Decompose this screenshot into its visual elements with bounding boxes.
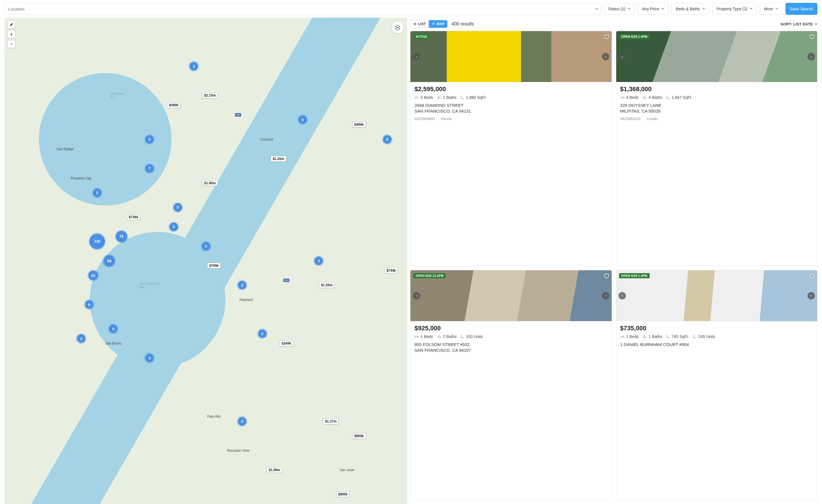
listing-card[interactable]: OPEN 5/28 1-3PM‹›$735,0001 Beds1 Baths74… bbox=[616, 270, 817, 501]
map-price-marker[interactable]: $749k bbox=[384, 268, 398, 274]
map-cluster-marker[interactable]: 9 bbox=[85, 300, 93, 309]
listing-card[interactable]: OPEN 5/28 1-4PM‹›$1,368,0004 Beds4 Baths… bbox=[616, 31, 817, 266]
stat-beds: 1 Beds bbox=[620, 334, 639, 339]
favorite-button[interactable] bbox=[603, 33, 609, 41]
map-cluster-marker[interactable]: 94 bbox=[103, 255, 115, 267]
draw-boundary-button[interactable] bbox=[7, 21, 15, 29]
map-cluster-marker[interactable]: 5 bbox=[298, 115, 307, 124]
listing-image: OPEN 5/28 1-4PM‹› bbox=[616, 31, 817, 82]
image-prev-button[interactable]: ‹ bbox=[413, 292, 420, 300]
image-prev-button[interactable]: ‹ bbox=[619, 292, 626, 300]
map-price-marker[interactable]: $1.37m bbox=[323, 419, 339, 424]
stat-beds: 1 Beds bbox=[414, 334, 433, 339]
stat-baths: 1 Baths bbox=[643, 334, 662, 339]
listing-type: Condo bbox=[647, 116, 658, 121]
results-pane: LIST MAP 400 results SORT: LIST DATE ACT… bbox=[407, 18, 822, 504]
map-cluster-marker[interactable]: 130 bbox=[89, 234, 105, 249]
map-price-marker[interactable]: $349k bbox=[280, 341, 293, 346]
map-price-marker[interactable]: $1.20m bbox=[271, 156, 286, 162]
results-header: LIST MAP 400 results SORT: LIST DATE bbox=[410, 18, 817, 31]
location-input[interactable] bbox=[5, 3, 601, 15]
map-cluster-marker[interactable]: 4 bbox=[109, 325, 117, 333]
map-cluster-marker[interactable]: 7 bbox=[145, 164, 154, 173]
zoom-in-button[interactable]: + bbox=[7, 30, 15, 38]
listing-meta: #422663101Condo bbox=[620, 116, 813, 121]
stat-sqft: 745 SqFt. bbox=[666, 334, 689, 339]
stat-beds: 3 Beds bbox=[414, 95, 433, 100]
filter-property-type[interactable]: Property Type (2) bbox=[712, 3, 757, 15]
map-cluster-marker[interactable]: 2 bbox=[258, 330, 267, 338]
map-cluster-marker[interactable]: 2 bbox=[383, 135, 392, 144]
stat-baths: 4 Baths bbox=[643, 95, 662, 100]
chevron-down-icon bbox=[702, 7, 705, 11]
sort-label: SORT: LIST DATE bbox=[781, 22, 813, 26]
map-price-marker[interactable]: $899k bbox=[352, 433, 366, 439]
image-next-button[interactable]: › bbox=[807, 292, 815, 300]
map-cluster-marker[interactable]: 75 bbox=[116, 231, 127, 242]
listing-card[interactable]: ACTIVE‹›$2,595,0003 Beds2 Baths1,680 SqF… bbox=[410, 31, 611, 266]
zoom-out-button[interactable]: − bbox=[7, 40, 15, 48]
image-next-button[interactable]: › bbox=[807, 53, 815, 60]
filter-beds-baths[interactable]: Beds & Baths bbox=[671, 3, 709, 15]
map-cluster-marker[interactable]: 2 bbox=[77, 334, 85, 343]
map-cluster-marker[interactable]: 2 bbox=[93, 188, 101, 197]
listing-body: $925,0001 Beds2 Baths200 Units855 FOLSOM… bbox=[410, 321, 611, 360]
listing-card[interactable]: OPEN 5/29 12-2PM‹›$925,0001 Beds2 Baths2… bbox=[410, 270, 611, 501]
map-price-marker[interactable]: $499k bbox=[167, 102, 180, 108]
map-price-marker[interactable]: $1.80m bbox=[202, 180, 218, 186]
map-cluster-marker[interactable]: 4 bbox=[145, 354, 154, 362]
favorite-button[interactable] bbox=[809, 273, 815, 280]
listing-badge: OPEN 5/28 1-4PM bbox=[619, 34, 650, 39]
listing-price: $2,595,000 bbox=[414, 85, 607, 93]
map-pane[interactable]: + − San Pablo BaySan Francisco BaySan Ra… bbox=[5, 18, 407, 504]
listing-mls: #422663101 bbox=[620, 116, 641, 121]
map-price-marker[interactable]: $738k bbox=[127, 214, 140, 220]
stat-units: 200 Units bbox=[460, 334, 483, 339]
map-price-marker[interactable]: $499k bbox=[352, 122, 366, 127]
filter-more[interactable]: More bbox=[760, 3, 783, 15]
filter-status[interactable]: Status (1) bbox=[604, 3, 635, 15]
view-toggle-map-label: MAP bbox=[436, 22, 444, 26]
map-price-marker[interactable]: $2.15m bbox=[202, 93, 218, 98]
image-next-button[interactable]: › bbox=[602, 292, 609, 300]
map-cluster-marker[interactable]: 5 bbox=[169, 222, 178, 231]
list-icon bbox=[413, 22, 417, 26]
chevron-down-icon bbox=[750, 7, 753, 11]
layers-button[interactable] bbox=[391, 21, 404, 34]
map-cluster-marker[interactable]: 23 bbox=[88, 271, 98, 280]
map-cluster-marker[interactable]: 3 bbox=[238, 281, 247, 290]
map-cluster-marker[interactable]: 2 bbox=[202, 242, 211, 250]
image-prev-button[interactable]: ‹ bbox=[619, 53, 626, 60]
map-cluster-marker[interactable]: 3 bbox=[314, 257, 323, 265]
map-price-marker[interactable]: $1.98m bbox=[267, 467, 282, 473]
listing-meta: #422663891House bbox=[414, 116, 607, 121]
view-toggle-map[interactable]: MAP bbox=[429, 20, 447, 28]
listing-price: $925,000 bbox=[414, 325, 607, 332]
chevron-down-icon bbox=[815, 23, 817, 25]
map-cluster-marker[interactable]: 5 bbox=[173, 203, 182, 212]
save-search-button[interactable]: Save Search bbox=[785, 3, 817, 15]
map-cluster-marker[interactable]: 2 bbox=[238, 417, 247, 426]
listing-address: 855 FOLSOM STREET #532SAN FRANCISCO, CA … bbox=[414, 342, 607, 354]
image-prev-button[interactable]: ‹ bbox=[413, 53, 420, 60]
favorite-button[interactable] bbox=[603, 273, 609, 280]
sort-dropdown[interactable]: SORT: LIST DATE bbox=[781, 22, 817, 26]
filter-price[interactable]: Any Price bbox=[638, 3, 669, 15]
listing-image: ACTIVE‹› bbox=[410, 31, 611, 82]
filter-price-label: Any Price bbox=[642, 7, 659, 11]
map-cluster-marker[interactable]: 2 bbox=[189, 62, 198, 71]
image-next-button[interactable]: › bbox=[602, 53, 609, 60]
view-toggle-list[interactable]: LIST bbox=[410, 20, 429, 28]
stat-sqft: 1,680 SqFt. bbox=[460, 95, 486, 100]
map-price-marker[interactable]: $799k bbox=[207, 263, 221, 269]
listing-address: 329 ODYSSEY LANEMILPITAS, CA 95035 bbox=[620, 103, 813, 114]
map-price-marker[interactable]: $1.55m bbox=[319, 282, 335, 288]
listing-address: 1 DANIEL BURNHAM COURT #904 bbox=[620, 342, 813, 348]
view-toggle: LIST MAP bbox=[410, 20, 448, 28]
listing-badge: OPEN 5/28 1-3PM bbox=[619, 273, 650, 278]
map-price-marker[interactable]: $850k bbox=[336, 491, 350, 497]
map-cluster-marker[interactable]: 2 bbox=[145, 135, 154, 144]
favorite-button[interactable] bbox=[809, 33, 815, 41]
filter-property-type-label: Property Type (2) bbox=[717, 7, 747, 11]
listing-body: $2,595,0003 Beds2 Baths1,680 SqFt.2668 D… bbox=[410, 82, 611, 125]
